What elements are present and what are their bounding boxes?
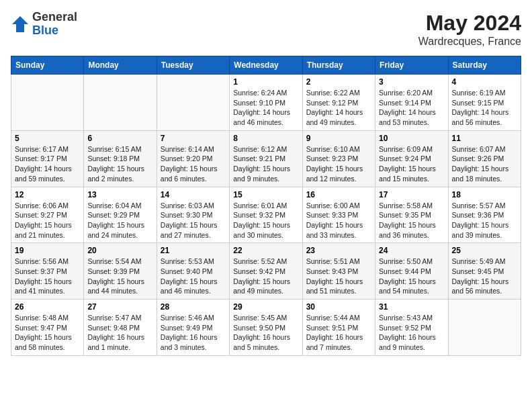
calendar-cell: 28Sunrise: 5:46 AM Sunset: 9:49 PM Dayli… xyxy=(157,300,229,356)
day-number: 1 xyxy=(233,77,298,87)
day-number: 19 xyxy=(15,246,80,255)
calendar-cell: 7Sunrise: 6:14 AM Sunset: 9:20 PM Daylig… xyxy=(157,130,229,187)
calendar-cell: 4Sunrise: 6:19 AM Sunset: 9:15 PM Daylig… xyxy=(448,75,521,131)
calendar-cell: 30Sunrise: 5:44 AM Sunset: 9:51 PM Dayli… xyxy=(302,300,375,356)
logo-general: General xyxy=(32,10,77,24)
day-number: 11 xyxy=(452,134,517,143)
calendar-cell: 22Sunrise: 5:52 AM Sunset: 9:42 PM Dayli… xyxy=(230,243,302,300)
calendar-cell: 27Sunrise: 5:47 AM Sunset: 9:48 PM Dayli… xyxy=(84,300,157,356)
day-number: 18 xyxy=(452,190,517,199)
day-number: 2 xyxy=(306,77,371,87)
day-info: Sunrise: 6:22 AM Sunset: 9:12 PM Dayligh… xyxy=(306,88,371,128)
day-number: 16 xyxy=(306,190,371,199)
day-number: 6 xyxy=(87,134,152,143)
column-header-sunday: Sunday xyxy=(11,56,84,75)
day-number: 14 xyxy=(161,190,226,199)
column-header-monday: Monday xyxy=(84,56,157,75)
day-number: 25 xyxy=(452,246,517,255)
calendar-cell: 12Sunrise: 6:06 AM Sunset: 9:27 PM Dayli… xyxy=(11,187,84,243)
calendar-cell: 9Sunrise: 6:10 AM Sunset: 9:23 PM Daylig… xyxy=(302,130,375,187)
day-number: 24 xyxy=(379,246,444,255)
calendar-cell: 1Sunrise: 6:24 AM Sunset: 9:10 PM Daylig… xyxy=(230,75,302,131)
day-number: 3 xyxy=(379,77,444,87)
calendar-week-row: 1Sunrise: 6:24 AM Sunset: 9:10 PM Daylig… xyxy=(11,75,521,131)
day-number: 27 xyxy=(87,302,152,312)
day-info: Sunrise: 5:58 AM Sunset: 9:35 PM Dayligh… xyxy=(379,201,444,240)
day-number: 15 xyxy=(233,190,298,199)
day-info: Sunrise: 5:48 AM Sunset: 9:47 PM Dayligh… xyxy=(15,313,80,353)
calendar-cell: 6Sunrise: 6:15 AM Sunset: 9:18 PM Daylig… xyxy=(84,130,157,187)
calendar-cell: 3Sunrise: 6:20 AM Sunset: 9:14 PM Daylig… xyxy=(375,75,448,131)
day-info: Sunrise: 6:03 AM Sunset: 9:30 PM Dayligh… xyxy=(161,201,226,240)
month-title: May 2024 xyxy=(418,11,521,36)
calendar-cell: 5Sunrise: 6:17 AM Sunset: 9:17 PM Daylig… xyxy=(11,130,84,187)
day-info: Sunrise: 5:49 AM Sunset: 9:45 PM Dayligh… xyxy=(452,257,517,296)
calendar-cell xyxy=(448,300,521,356)
calendar-cell: 19Sunrise: 5:56 AM Sunset: 9:37 PM Dayli… xyxy=(11,243,84,300)
day-number: 29 xyxy=(233,302,298,312)
calendar-header-row: SundayMondayTuesdayWednesdayThursdayFrid… xyxy=(11,56,521,75)
calendar-cell: 23Sunrise: 5:51 AM Sunset: 9:43 PM Dayli… xyxy=(302,243,375,300)
location-title: Wardrecques, France xyxy=(418,36,521,48)
column-header-friday: Friday xyxy=(375,56,448,75)
day-info: Sunrise: 6:10 AM Sunset: 9:23 PM Dayligh… xyxy=(306,144,371,184)
calendar-cell xyxy=(84,75,157,131)
day-info: Sunrise: 6:19 AM Sunset: 9:15 PM Dayligh… xyxy=(452,88,517,128)
calendar-table: SundayMondayTuesdayWednesdayThursdayFrid… xyxy=(11,56,521,356)
day-info: Sunrise: 5:50 AM Sunset: 9:44 PM Dayligh… xyxy=(379,257,444,296)
calendar-cell: 31Sunrise: 5:43 AM Sunset: 9:52 PM Dayli… xyxy=(375,300,448,356)
day-info: Sunrise: 5:54 AM Sunset: 9:39 PM Dayligh… xyxy=(87,257,152,296)
day-info: Sunrise: 6:04 AM Sunset: 9:29 PM Dayligh… xyxy=(87,201,152,240)
day-info: Sunrise: 6:14 AM Sunset: 9:20 PM Dayligh… xyxy=(161,144,226,184)
column-header-thursday: Thursday xyxy=(302,56,375,75)
calendar-week-row: 19Sunrise: 5:56 AM Sunset: 9:37 PM Dayli… xyxy=(11,243,521,300)
calendar-cell: 11Sunrise: 6:07 AM Sunset: 9:26 PM Dayli… xyxy=(448,130,521,187)
logo-text: General Blue xyxy=(32,11,77,38)
calendar-week-row: 26Sunrise: 5:48 AM Sunset: 9:47 PM Dayli… xyxy=(11,300,521,356)
calendar-week-row: 12Sunrise: 6:06 AM Sunset: 9:27 PM Dayli… xyxy=(11,187,521,243)
calendar-cell: 15Sunrise: 6:01 AM Sunset: 9:32 PM Dayli… xyxy=(230,187,302,243)
day-number: 12 xyxy=(15,190,80,199)
calendar-cell: 17Sunrise: 5:58 AM Sunset: 9:35 PM Dayli… xyxy=(375,187,448,243)
calendar-cell: 26Sunrise: 5:48 AM Sunset: 9:47 PM Dayli… xyxy=(11,300,84,356)
day-info: Sunrise: 5:44 AM Sunset: 9:51 PM Dayligh… xyxy=(306,313,371,353)
day-number: 9 xyxy=(306,134,371,143)
calendar-cell xyxy=(11,75,84,131)
calendar-cell: 21Sunrise: 5:53 AM Sunset: 9:40 PM Dayli… xyxy=(157,243,229,300)
day-info: Sunrise: 5:46 AM Sunset: 9:49 PM Dayligh… xyxy=(161,313,226,353)
day-number: 17 xyxy=(379,190,444,199)
day-info: Sunrise: 6:12 AM Sunset: 9:21 PM Dayligh… xyxy=(233,144,298,184)
day-info: Sunrise: 6:07 AM Sunset: 9:26 PM Dayligh… xyxy=(452,144,517,184)
calendar-cell: 16Sunrise: 6:00 AM Sunset: 9:33 PM Dayli… xyxy=(302,187,375,243)
day-number: 8 xyxy=(233,134,298,143)
calendar-cell: 29Sunrise: 5:45 AM Sunset: 9:50 PM Dayli… xyxy=(230,300,302,356)
day-number: 10 xyxy=(379,134,444,143)
day-number: 23 xyxy=(306,246,371,255)
calendar-cell: 10Sunrise: 6:09 AM Sunset: 9:24 PM Dayli… xyxy=(375,130,448,187)
day-info: Sunrise: 5:45 AM Sunset: 9:50 PM Dayligh… xyxy=(233,313,298,353)
day-info: Sunrise: 5:52 AM Sunset: 9:42 PM Dayligh… xyxy=(233,257,298,296)
calendar-cell: 20Sunrise: 5:54 AM Sunset: 9:39 PM Dayli… xyxy=(84,243,157,300)
calendar-cell: 14Sunrise: 6:03 AM Sunset: 9:30 PM Dayli… xyxy=(157,187,229,243)
column-header-saturday: Saturday xyxy=(448,56,521,75)
day-info: Sunrise: 6:09 AM Sunset: 9:24 PM Dayligh… xyxy=(379,144,444,184)
day-info: Sunrise: 5:47 AM Sunset: 9:48 PM Dayligh… xyxy=(87,313,152,353)
calendar-week-row: 5Sunrise: 6:17 AM Sunset: 9:17 PM Daylig… xyxy=(11,130,521,187)
day-number: 13 xyxy=(87,190,152,199)
day-number: 4 xyxy=(452,77,517,87)
logo: General Blue xyxy=(11,11,77,38)
calendar-cell: 8Sunrise: 6:12 AM Sunset: 9:21 PM Daylig… xyxy=(230,130,302,187)
title-block: May 2024 Wardrecques, France xyxy=(418,11,521,48)
calendar-cell xyxy=(157,75,229,131)
calendar-cell: 24Sunrise: 5:50 AM Sunset: 9:44 PM Dayli… xyxy=(375,243,448,300)
page-header: General Blue May 2024 Wardrecques, Franc… xyxy=(11,11,521,48)
calendar-cell: 2Sunrise: 6:22 AM Sunset: 9:12 PM Daylig… xyxy=(302,75,375,131)
calendar-cell: 25Sunrise: 5:49 AM Sunset: 9:45 PM Dayli… xyxy=(448,243,521,300)
calendar-cell: 13Sunrise: 6:04 AM Sunset: 9:29 PM Dayli… xyxy=(84,187,157,243)
day-number: 22 xyxy=(233,246,298,255)
logo-blue: Blue xyxy=(32,24,58,37)
day-info: Sunrise: 5:57 AM Sunset: 9:36 PM Dayligh… xyxy=(452,201,517,240)
day-number: 20 xyxy=(87,246,152,255)
day-info: Sunrise: 6:15 AM Sunset: 9:18 PM Dayligh… xyxy=(87,144,152,184)
day-number: 31 xyxy=(379,302,444,312)
